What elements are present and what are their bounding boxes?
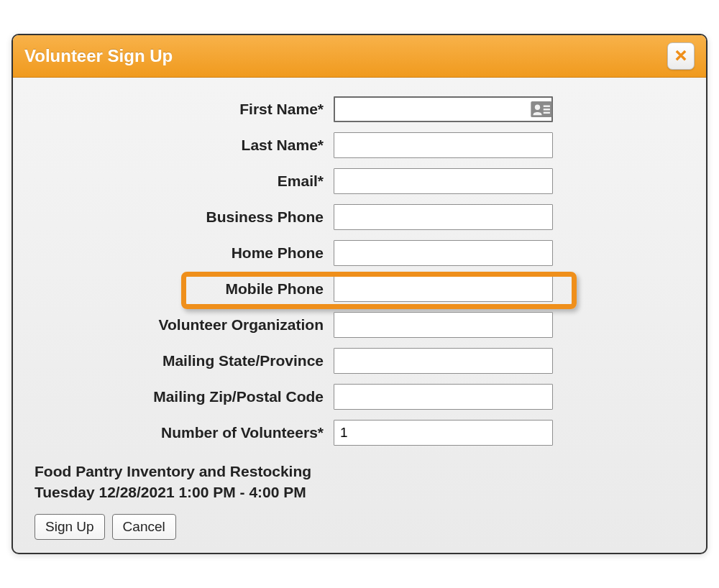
home-phone-input[interactable] — [334, 240, 553, 266]
label-business-phone: Business Phone — [35, 208, 334, 226]
event-name: Food Pantry Inventory and Restocking — [35, 461, 684, 482]
svg-rect-4 — [544, 112, 550, 114]
label-mailing-zip: Mailing Zip/Postal Code — [35, 388, 334, 405]
cancel-button[interactable]: Cancel — [112, 514, 176, 540]
autofill-contact-icon — [531, 101, 552, 118]
svg-point-1 — [535, 105, 540, 110]
event-datetime: Tuesday 12/28/2021 1:00 PM - 4:00 PM — [35, 482, 684, 502]
row-last-name: Last Name* — [35, 132, 684, 158]
business-phone-input[interactable] — [334, 204, 553, 230]
label-num-volunteers: Number of Volunteers* — [35, 424, 334, 441]
row-volunteer-org: Volunteer Organization — [35, 312, 684, 338]
close-icon — [673, 48, 689, 64]
first-name-input[interactable] — [334, 96, 553, 122]
signup-button[interactable]: Sign Up — [35, 514, 105, 540]
label-volunteer-org: Volunteer Organization — [35, 316, 334, 334]
label-home-phone: Home Phone — [35, 244, 334, 262]
volunteer-org-input[interactable] — [334, 312, 553, 338]
last-name-input[interactable] — [334, 132, 553, 158]
label-email: Email* — [35, 173, 334, 190]
label-last-name: Last Name* — [35, 137, 334, 154]
close-button[interactable] — [667, 42, 695, 70]
row-mobile-phone: Mobile Phone — [35, 276, 684, 302]
label-mailing-state: Mailing State/Province — [35, 352, 334, 369]
signup-dialog: Volunteer Sign Up First Name* — [12, 34, 707, 554]
row-email: Email* — [35, 168, 684, 194]
row-num-volunteers: Number of Volunteers* — [35, 420, 684, 446]
button-row: Sign Up Cancel — [35, 514, 684, 540]
form-area: First Name* Last Name* Email* — [13, 78, 706, 553]
num-volunteers-input[interactable] — [334, 420, 553, 446]
event-info: Food Pantry Inventory and Restocking Tue… — [35, 461, 684, 502]
svg-rect-2 — [544, 106, 550, 107]
row-business-phone: Business Phone — [35, 204, 684, 230]
label-first-name: First Name* — [35, 101, 334, 118]
email-input[interactable] — [334, 168, 553, 194]
mobile-phone-input[interactable] — [334, 276, 553, 302]
titlebar: Volunteer Sign Up — [13, 35, 706, 78]
dialog-title: Volunteer Sign Up — [24, 46, 173, 66]
svg-rect-3 — [544, 109, 550, 110]
mailing-zip-input[interactable] — [334, 384, 553, 410]
mailing-state-input[interactable] — [334, 348, 553, 374]
label-mobile-phone: Mobile Phone — [35, 280, 334, 298]
row-mailing-state: Mailing State/Province — [35, 348, 684, 374]
row-mailing-zip: Mailing Zip/Postal Code — [35, 384, 684, 410]
row-home-phone: Home Phone — [35, 240, 684, 266]
row-first-name: First Name* — [35, 96, 684, 122]
